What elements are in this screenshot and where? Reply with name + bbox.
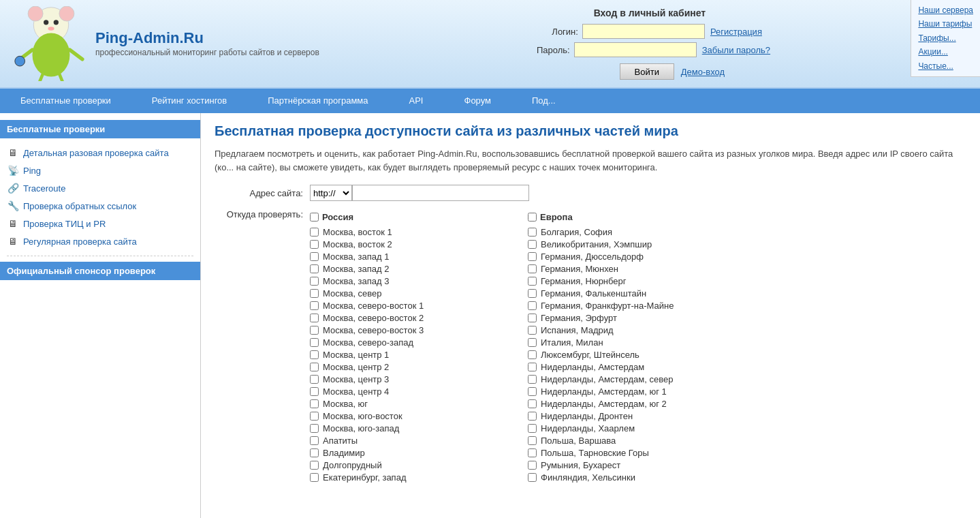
demo-link[interactable]: Демо-вход <box>681 67 725 77</box>
cb-finland-helsinki[interactable] <box>528 473 537 482</box>
cb-romania-bucharest[interactable] <box>528 461 537 470</box>
cb-nl-amsterdam-north[interactable] <box>528 375 537 384</box>
sidebar-item-regular[interactable]: 🖥 Регулярная проверка сайта <box>0 232 200 250</box>
cb-germany-nurnberg[interactable] <box>528 277 537 286</box>
tic-icon: 🖥 <box>7 217 19 230</box>
sidebar-link-ping[interactable]: Ping <box>23 166 41 176</box>
sidebar-item-traceroute[interactable]: 🔗 Traceroute <box>0 179 200 197</box>
cb-nl-amsterdam[interactable] <box>528 363 537 371</box>
cb-poland-warsaw[interactable] <box>528 436 537 445</box>
sidebar-link-backlinks[interactable]: Проверка обратных ссылок <box>23 201 136 211</box>
top-link-3[interactable]: Тарифы... <box>918 31 955 45</box>
city-label: Москва, юго-восток <box>323 411 402 421</box>
cb-moscow-ne1[interactable] <box>310 301 319 310</box>
logo-title: Ping-Admin.Ru <box>95 29 319 47</box>
url-input[interactable] <box>352 185 529 201</box>
login-button[interactable]: Войти <box>620 63 674 80</box>
sidebar-item-ping[interactable]: 📡 Ping <box>0 162 200 179</box>
check-row: Владимир <box>310 446 514 459</box>
cb-uk-hampshire[interactable] <box>528 240 537 249</box>
check-row: Италия, Милан <box>528 336 718 348</box>
cb-moscow-sw[interactable] <box>310 424 319 433</box>
city-label: Великобритания, Хэмпшир <box>541 239 652 249</box>
cb-germany-frankfurt[interactable] <box>528 301 537 310</box>
cb-luxembourg[interactable] <box>528 350 537 359</box>
top-link-4[interactable]: Акции... <box>918 45 948 59</box>
cb-apatity[interactable] <box>310 436 319 445</box>
nav-api[interactable]: API <box>389 89 444 113</box>
cb-ekaterinburg-west[interactable] <box>310 473 319 482</box>
check-row: Апатиты <box>310 434 514 446</box>
nav-hosting-rating[interactable]: Рейтинг хостингов <box>131 89 247 113</box>
cb-germany-dusseldorf[interactable] <box>528 252 537 261</box>
cb-germany-falkenstein[interactable] <box>528 289 537 298</box>
cb-moscow-center2[interactable] <box>310 363 319 371</box>
forgot-link[interactable]: Забыли пароль? <box>702 45 770 55</box>
city-label: Москва, восток 2 <box>323 239 392 249</box>
address-row: Адрес сайта: http:// https:// <box>215 185 966 201</box>
russia-checkbox[interactable] <box>310 213 319 222</box>
ping-icon: 📡 <box>7 164 19 177</box>
page-description: Предлагаем посмотреть и оценить, как раб… <box>215 147 966 174</box>
svg-line-8 <box>70 50 82 59</box>
check-row: Германия, Мюнхен <box>528 262 718 275</box>
cb-moscow-center3[interactable] <box>310 375 319 384</box>
cb-moscow-south[interactable] <box>310 399 319 408</box>
cb-germany-munich[interactable] <box>528 264 537 273</box>
password-input[interactable] <box>574 42 697 57</box>
cb-moscow-ne2[interactable] <box>310 314 319 322</box>
city-label: Румыния, Бухарест <box>541 460 620 470</box>
city-label: Москва, запад 3 <box>323 276 390 286</box>
cb-moscow-se[interactable] <box>310 412 319 421</box>
top-link-5[interactable]: Частые... <box>918 59 953 73</box>
sidebar-item-detail[interactable]: 🖥 Детальная разовая проверка сайта <box>0 144 200 162</box>
cb-nl-haarlem[interactable] <box>528 424 537 433</box>
sidebar-link-tic[interactable]: Проверка ТИЦ и PR <box>23 219 106 229</box>
cb-poland-tarnowskie[interactable] <box>528 448 537 457</box>
cb-italy-milan[interactable] <box>528 338 537 347</box>
cb-vladimir[interactable] <box>310 448 319 457</box>
cb-nl-dronten[interactable] <box>528 412 537 421</box>
top-link-2[interactable]: Наши тарифы <box>918 17 972 31</box>
check-row: Нидерланды, Амстердам <box>528 361 718 373</box>
nav-forum[interactable]: Форум <box>444 89 512 113</box>
cb-nl-amsterdam-south2[interactable] <box>528 399 537 408</box>
city-label: Москва, запад 1 <box>323 252 390 262</box>
europe-checkbox[interactable] <box>528 213 537 222</box>
cb-dolgoprudny[interactable] <box>310 461 319 470</box>
cb-nl-amsterdam-south1[interactable] <box>528 387 537 396</box>
cb-moscow-east1[interactable] <box>310 228 319 237</box>
nav-partner[interactable]: Партнёрская программа <box>247 89 388 113</box>
cb-moscow-center4[interactable] <box>310 387 319 396</box>
sidebar-link-detail[interactable]: Детальная разовая проверка сайта <box>23 148 169 158</box>
regular-icon: 🖥 <box>7 235 19 247</box>
register-link[interactable]: Регистрация <box>710 27 762 37</box>
cb-bulgaria-sofia[interactable] <box>528 228 537 237</box>
cb-moscow-east2[interactable] <box>310 240 319 249</box>
city-label: Нидерланды, Амстердам, север <box>541 374 673 384</box>
cb-germany-erfurt[interactable] <box>528 314 537 322</box>
sidebar-link-regular[interactable]: Регулярная проверка сайта <box>23 237 137 247</box>
page-title: Бесплатная проверка доступности сайта из… <box>215 123 966 139</box>
cb-moscow-nw[interactable] <box>310 338 319 347</box>
sidebar-link-traceroute[interactable]: Traceroute <box>23 183 65 194</box>
cb-moscow-center1[interactable] <box>310 350 319 359</box>
check-row: Финляндия, Хельсинки <box>528 471 718 483</box>
cb-moscow-west2[interactable] <box>310 264 319 273</box>
sidebar-item-tic[interactable]: 🖥 Проверка ТИЦ и PR <box>0 215 200 232</box>
cb-moscow-north[interactable] <box>310 289 319 298</box>
check-row: Великобритания, Хэмпшир <box>528 238 718 250</box>
cb-moscow-west1[interactable] <box>310 252 319 261</box>
protocol-select[interactable]: http:// https:// <box>310 185 352 201</box>
sidebar-item-backlinks[interactable]: 🔧 Проверка обратных ссылок <box>0 197 200 215</box>
nav-more[interactable]: Под... <box>511 89 576 113</box>
city-label: Апатиты <box>323 436 358 446</box>
cb-moscow-ne3[interactable] <box>310 326 319 335</box>
logo-text: Ping-Admin.Ru профессиональный мониторин… <box>95 29 319 59</box>
login-input[interactable] <box>582 24 705 39</box>
top-link-1[interactable]: Наши сервера <box>918 3 973 17</box>
cb-spain-madrid[interactable] <box>528 326 537 335</box>
europe-column: Европа Болгария, София Великобритания, Х… <box>514 212 718 483</box>
cb-moscow-west3[interactable] <box>310 277 319 286</box>
nav-free-checks[interactable]: Бесплатные проверки <box>0 89 131 113</box>
